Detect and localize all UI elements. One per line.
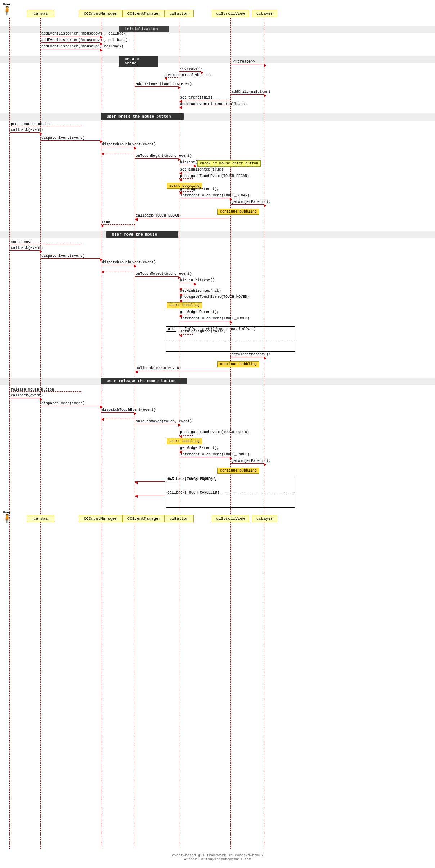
label-callback1: callback(event) xyxy=(11,128,43,132)
return-setparent xyxy=(179,100,230,100)
arrow-callback-touchcanceled xyxy=(135,495,165,495)
arrowhead-return-settouchenabled xyxy=(165,77,167,80)
return-true xyxy=(101,224,135,225)
label-ontouchmoved-release: onTouchMoved(touch, event) xyxy=(136,419,192,423)
label-create-cclayer: <<create>> xyxy=(233,60,255,64)
arrowhead-return-propagate-began xyxy=(179,178,182,181)
arrow-ontouchmoved xyxy=(135,276,178,277)
arrowhead-callback2 xyxy=(40,250,42,253)
arrow-callback-touchbegan xyxy=(135,218,230,218)
return-addtoucheventlistener xyxy=(179,106,230,106)
lifeline-canvas-line xyxy=(40,18,41,849)
label-callback-touchended: callback(TOUCH_ENDED) xyxy=(167,477,213,481)
lifeline-ccinputmanager-top: CCInputManager xyxy=(79,10,122,17)
arrow-callback2 xyxy=(10,250,40,251)
label-getwidgetparent2: getWidgetParent(); xyxy=(232,200,270,204)
section-pressmouse: user press the mouse button xyxy=(101,113,184,120)
note-checkMouseEnter: check if mouse enter button xyxy=(197,160,261,167)
label-dispatch2: dispatchEvent(event) xyxy=(41,254,85,258)
lifeline-uiscrollview-bottom: uiScrollView xyxy=(212,515,249,522)
arrowhead-callback-touchended xyxy=(135,481,138,484)
actor-user-bottom: User 🧍 xyxy=(2,511,12,523)
arrow-getwidgetparent2 xyxy=(231,204,264,205)
section-createscene: create scene xyxy=(119,56,158,67)
label-callback-touchmoved: callback(TOUCH_MOVED) xyxy=(136,366,181,370)
arrowhead-callback-canvas xyxy=(40,132,42,135)
arrowhead-addeventlistener3 xyxy=(100,49,103,52)
label-callback3: callback(event) xyxy=(11,394,43,397)
label-addchild: addChild(uiButton) xyxy=(232,90,270,94)
label-propagate-ended: propagateTouchEvent(TOUCH_ENDED) xyxy=(180,430,249,434)
section-bar-release xyxy=(0,378,435,385)
arrow-callback-touchmoved xyxy=(135,371,230,371)
arrowhead-addlistener xyxy=(178,86,181,89)
arrowhead-callback-touchbegan xyxy=(135,218,138,221)
label-setparent: setParent(this) xyxy=(180,96,212,100)
label-callback2: callback(event) xyxy=(11,246,43,250)
section-movemouse: user move the mouse xyxy=(106,231,178,238)
label-addeventlistener3: addEventListerner('mouseup', callback) xyxy=(41,45,124,49)
arrow-dispatch1 xyxy=(41,140,100,141)
label-getwidgetparent6: getWidgetParent(); xyxy=(232,459,270,463)
arrow-hittest2 xyxy=(179,283,194,283)
label-addtoucheventlistener: addTouchEventListener(callback) xyxy=(180,102,247,106)
label-propagate-began: propagateTouchEvent(TOUCH_BEGAN) xyxy=(180,174,249,178)
section-bar-move xyxy=(0,231,435,238)
arrowhead-callback-touchmoved xyxy=(135,371,138,373)
arrowhead-getwidgetparent4 xyxy=(264,357,266,360)
label-getwidgetparent3: getWidgetParent(); xyxy=(180,310,219,314)
arrow-getwidgetparent6 xyxy=(231,463,264,464)
arrowhead-dispatchtouchevent2 xyxy=(134,265,136,268)
arrowhead-addchild xyxy=(264,94,266,97)
label-hittest2: hit := hitTest() xyxy=(180,278,215,282)
label-ontouchmoved: onTouchMoved(touch, event) xyxy=(136,272,192,276)
label-dispatch1: dispatchEvent(event) xyxy=(41,136,85,140)
arrowhead-return-sethighlighted-false xyxy=(179,334,182,337)
arrow-release-mouse xyxy=(9,391,81,392)
actor-user-top: User 🧍 xyxy=(2,3,12,15)
arrow-addeventlistener3 xyxy=(41,49,100,49)
arrowhead-hittest1 xyxy=(194,165,196,168)
lifeline-uibutton-top: uiButton xyxy=(164,10,194,17)
section-bar-create xyxy=(0,56,435,63)
arrow-mouse-move xyxy=(9,244,81,244)
arrow-getwidgetparent4 xyxy=(231,357,264,357)
label-sethighlighted-false: setHighlighted(false) xyxy=(180,330,226,333)
arrow-press-mouse xyxy=(9,126,81,126)
arrowhead-dispatchtouchevent1 xyxy=(134,147,136,150)
label-getwidgetparent4: getWidgetParent(); xyxy=(232,353,270,356)
return-dispatchtouchevent1 xyxy=(101,153,134,153)
label-settouchenabled: setTouchEnabled(true) xyxy=(166,73,211,77)
arrowhead-return-dispatchtouchevent3 xyxy=(101,418,104,421)
arrow-intercept1 xyxy=(180,198,230,198)
arrow-callback3 xyxy=(10,398,40,398)
label-dispatch3: dispatchEvent(event) xyxy=(41,401,85,405)
section-bar-press xyxy=(0,113,435,121)
arrowhead-return-dispatchtouchevent1 xyxy=(101,153,104,155)
arrow-addeventlistener2 xyxy=(41,42,100,43)
arrow-intercept3 xyxy=(180,457,230,457)
arrow-dispatch2 xyxy=(41,258,100,259)
arrow-callback-touchended xyxy=(135,481,165,482)
lifeline-cclayer-line xyxy=(265,18,265,849)
label-dispatchtouchevent2: dispatchTouchEvent(event) xyxy=(102,260,156,264)
lifeline-uiscrollview-top: uiScrollView xyxy=(212,10,249,17)
arrowhead-callback3 xyxy=(40,398,42,401)
arrowhead-return-true xyxy=(101,224,103,227)
arrowhead-callback-touchcanceled xyxy=(135,495,138,498)
arrowhead-return-propagate-ended xyxy=(179,435,182,438)
lifeline-uibutton-line xyxy=(179,18,179,849)
frame-divider-alt xyxy=(166,340,295,340)
lifeline-cclayer-bottom: ccLayer xyxy=(252,515,277,522)
arrow-dispatchtouchevent1 xyxy=(101,147,134,147)
lifeline-uibutton-bottom: uiButton xyxy=(164,515,194,522)
lifeline-cceventmanager-top: CCEventManager xyxy=(122,10,166,17)
arrow-dispatch3 xyxy=(41,406,100,406)
label-create-uibutton: <<create>> xyxy=(180,67,202,71)
lifeline-user-line xyxy=(9,18,10,849)
frame-label-alt: alt xyxy=(166,327,176,332)
footer-line2: Author: mutouyingmoba@gmail.com xyxy=(0,858,435,862)
note-continuebubbling1: continue bubbling xyxy=(218,209,259,215)
label-dispatchtouchevent1: dispatchTouchEvent(event) xyxy=(102,142,156,146)
arrow-addchild xyxy=(231,94,264,95)
